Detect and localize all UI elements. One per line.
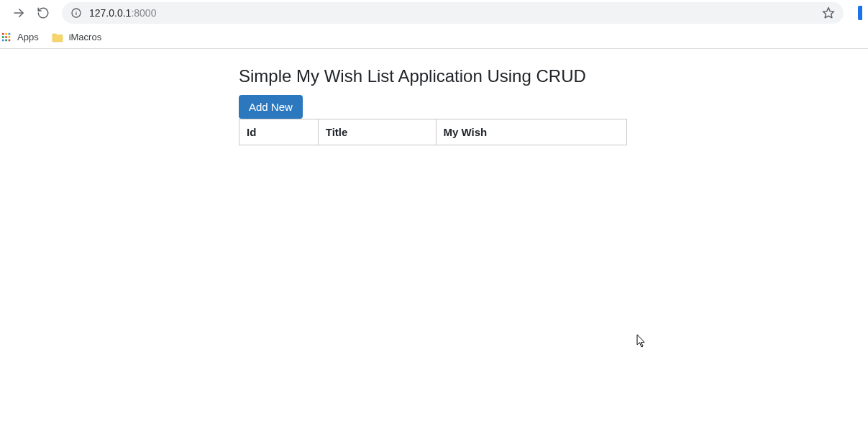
bookmark-star-icon[interactable]: [822, 6, 835, 19]
site-info-icon[interactable]: [70, 7, 82, 19]
reload-icon[interactable]: [36, 6, 50, 20]
svg-rect-5: [2, 32, 4, 35]
wish-table: Id Title My Wish: [239, 119, 627, 145]
browser-chrome: 127.0.0.1:8000: [0, 0, 868, 49]
page-title: Simple My Wish List Application Using CR…: [239, 66, 868, 86]
mouse-cursor-icon: [636, 334, 648, 351]
add-new-button[interactable]: Add New: [239, 95, 303, 119]
svg-rect-10: [9, 36, 11, 38]
svg-marker-4: [823, 8, 834, 18]
folder-icon: [52, 32, 63, 42]
right-edge-strip: [858, 6, 862, 20]
address-bar[interactable]: 127.0.0.1:8000: [62, 2, 844, 24]
table-header-title: Title: [318, 119, 436, 145]
bookmark-folder-imacros[interactable]: iMacros: [52, 32, 102, 42]
svg-rect-13: [9, 39, 11, 41]
svg-rect-6: [5, 32, 7, 35]
svg-rect-7: [9, 32, 11, 35]
nav-bar: 127.0.0.1:8000: [0, 0, 868, 26]
table-header-id: Id: [239, 119, 319, 145]
forward-icon[interactable]: [12, 6, 26, 20]
url-port: :8000: [131, 7, 156, 19]
table-header-wish: My Wish: [436, 119, 627, 145]
svg-rect-9: [5, 36, 7, 38]
imacros-label: iMacros: [69, 32, 102, 42]
url-text: 127.0.0.1:8000: [89, 7, 156, 19]
svg-rect-11: [2, 39, 4, 41]
page-content: Simple My Wish List Application Using CR…: [0, 49, 868, 145]
bookmarks-bar: Apps iMacros: [0, 26, 868, 49]
url-host: 127.0.0.1: [89, 7, 131, 19]
left-edge-strip: [0, 7, 1, 19]
apps-shortcut[interactable]: Apps: [1, 32, 39, 42]
apps-label: Apps: [17, 32, 39, 42]
svg-rect-8: [2, 36, 4, 38]
table-header-row: Id Title My Wish: [239, 119, 627, 145]
apps-grid-icon: [1, 32, 12, 42]
svg-rect-12: [5, 39, 7, 41]
